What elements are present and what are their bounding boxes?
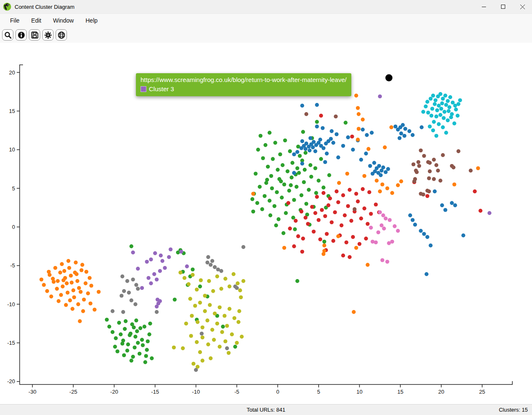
data-point[interactable] — [432, 120, 436, 124]
data-point[interactable] — [374, 241, 378, 244]
data-point[interactable] — [442, 116, 445, 120]
data-point[interactable] — [260, 207, 264, 211]
data-point[interactable] — [421, 110, 425, 114]
data-point[interactable] — [295, 279, 299, 283]
data-point[interactable] — [264, 181, 268, 185]
data-point[interactable] — [435, 163, 438, 167]
data-point[interactable] — [276, 168, 279, 172]
data-point[interactable] — [432, 158, 436, 161]
data-point[interactable] — [310, 205, 314, 209]
data-point[interactable] — [417, 160, 420, 164]
data-point[interactable] — [220, 330, 224, 334]
data-point[interactable] — [269, 213, 272, 217]
data-point[interactable] — [320, 208, 324, 212]
data-point[interactable] — [237, 320, 240, 324]
data-point[interactable] — [60, 262, 64, 266]
data-point[interactable] — [311, 146, 315, 149]
data-point[interactable] — [206, 343, 210, 346]
data-point[interactable] — [367, 190, 371, 194]
highlighted-data-point[interactable] — [385, 74, 392, 82]
data-point[interactable] — [72, 288, 75, 292]
data-point[interactable] — [399, 179, 403, 183]
data-point[interactable] — [56, 299, 60, 303]
search-button[interactable] — [2, 29, 13, 41]
data-point[interactable] — [422, 232, 426, 236]
data-point[interactable] — [86, 292, 90, 295]
data-point[interactable] — [330, 220, 333, 224]
maximize-button[interactable] — [494, 0, 513, 13]
data-point[interactable] — [219, 269, 223, 273]
data-point[interactable] — [348, 255, 351, 259]
data-point[interactable] — [344, 121, 348, 125]
menu-file[interactable]: File — [5, 14, 25, 27]
data-point[interactable] — [368, 164, 372, 168]
data-point[interactable] — [82, 297, 86, 301]
data-point[interactable] — [341, 254, 345, 257]
data-point[interactable] — [270, 186, 274, 190]
data-point[interactable] — [194, 368, 198, 372]
data-point[interactable] — [185, 264, 189, 268]
data-point[interactable] — [193, 304, 197, 307]
data-point[interactable] — [429, 243, 432, 247]
data-point[interactable] — [141, 343, 145, 347]
data-point[interactable] — [198, 350, 202, 354]
data-point[interactable] — [155, 277, 159, 281]
data-point[interactable] — [251, 210, 255, 213]
menu-window[interactable]: Window — [48, 14, 79, 27]
data-point[interactable] — [59, 293, 63, 297]
data-point[interactable] — [126, 343, 130, 346]
data-point[interactable] — [448, 95, 452, 99]
data-point[interactable] — [115, 349, 119, 353]
data-point[interactable] — [302, 180, 306, 184]
data-point[interactable] — [136, 341, 140, 345]
data-point[interactable] — [415, 170, 419, 174]
data-point[interactable] — [117, 321, 121, 325]
data-point[interactable] — [125, 348, 129, 352]
data-point[interactable] — [140, 286, 144, 290]
data-point[interactable] — [288, 149, 292, 153]
data-point[interactable] — [300, 250, 304, 254]
data-point[interactable] — [304, 147, 307, 151]
data-point[interactable] — [364, 151, 368, 155]
data-point[interactable] — [417, 164, 421, 168]
data-point[interactable] — [335, 132, 338, 136]
data-point[interactable] — [300, 161, 304, 165]
data-point[interactable] — [318, 138, 322, 141]
data-point[interactable] — [274, 223, 278, 227]
data-point[interactable] — [258, 134, 262, 138]
data-point[interactable] — [304, 202, 308, 205]
data-point[interactable] — [286, 169, 289, 173]
data-point[interactable] — [211, 289, 215, 293]
data-point[interactable] — [351, 148, 355, 151]
data-point[interactable] — [412, 179, 416, 183]
data-point[interactable] — [378, 190, 382, 193]
data-point[interactable] — [292, 198, 296, 202]
data-point[interactable] — [430, 114, 433, 118]
data-point[interactable] — [121, 310, 125, 314]
data-point[interactable] — [167, 255, 171, 259]
data-point[interactable] — [329, 137, 332, 141]
data-point[interactable] — [301, 237, 305, 241]
data-point[interactable] — [328, 197, 332, 200]
data-point[interactable] — [225, 346, 229, 350]
data-point[interactable] — [382, 227, 386, 231]
data-point[interactable] — [121, 338, 125, 342]
data-point[interactable] — [179, 250, 183, 254]
data-point[interactable] — [371, 240, 374, 243]
data-point[interactable] — [240, 335, 243, 338]
data-point[interactable] — [155, 305, 159, 308]
data-point[interactable] — [473, 190, 477, 193]
data-point[interactable] — [378, 210, 382, 214]
data-point[interactable] — [419, 126, 423, 129]
data-point[interactable] — [431, 128, 435, 132]
data-point[interactable] — [456, 102, 460, 106]
data-point[interactable] — [453, 121, 456, 125]
data-point[interactable] — [275, 190, 279, 194]
data-point[interactable] — [437, 122, 440, 126]
data-point[interactable] — [293, 227, 297, 231]
data-point[interactable] — [184, 322, 188, 325]
data-point[interactable] — [366, 263, 369, 266]
data-point[interactable] — [306, 222, 310, 225]
data-point[interactable] — [428, 161, 432, 165]
data-point[interactable] — [122, 353, 126, 357]
